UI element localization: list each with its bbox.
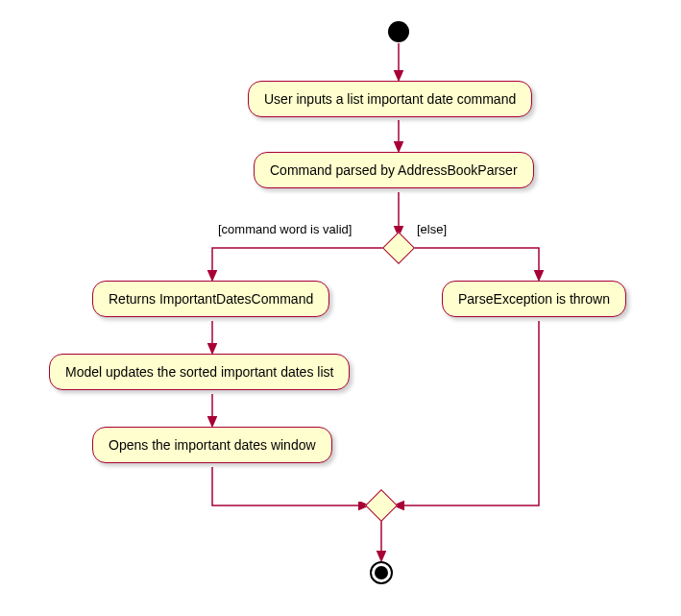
activity-node: User inputs a list important date comman…	[248, 81, 532, 117]
activity-node: Returns ImportantDatesCommand	[92, 281, 329, 317]
start-node	[388, 21, 409, 42]
node-label: Returns ImportantDatesCommand	[109, 291, 313, 307]
node-label: Opens the important dates window	[109, 437, 316, 453]
activity-node: Model updates the sorted important dates…	[49, 354, 350, 390]
node-label: User inputs a list important date comman…	[264, 91, 516, 107]
activity-node: ParseException is thrown	[442, 281, 626, 317]
activity-node: Opens the important dates window	[92, 427, 332, 463]
guard-label: [command word is valid]	[218, 222, 352, 236]
node-label: Model updates the sorted important dates…	[65, 364, 333, 380]
merge-node	[365, 489, 398, 522]
end-node	[370, 561, 393, 584]
decision-node	[382, 232, 415, 264]
activity-node: Command parsed by AddressBookParser	[254, 152, 534, 188]
guard-label: [else]	[417, 222, 447, 236]
node-label: Command parsed by AddressBookParser	[270, 162, 518, 178]
node-label: ParseException is thrown	[458, 291, 610, 307]
